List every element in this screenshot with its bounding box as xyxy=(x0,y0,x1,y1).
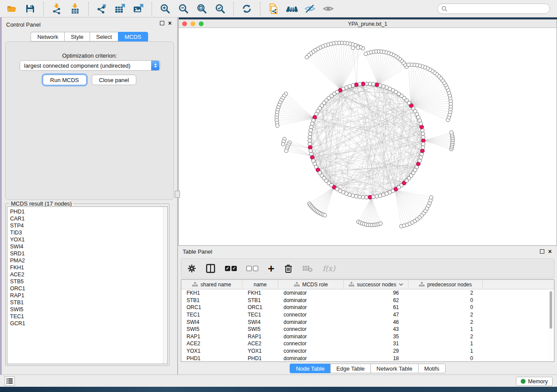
show-all-button[interactable] xyxy=(319,1,338,16)
table-row[interactable]: RAP1RAP1dominator352 xyxy=(181,333,554,340)
import-network-icon xyxy=(52,3,62,14)
network-graph[interactable] xyxy=(179,28,557,245)
list-item[interactable]: CAR1 xyxy=(10,215,167,222)
delete-table-button[interactable] xyxy=(302,262,313,275)
export-network-button[interactable] xyxy=(93,1,111,16)
column-header-predecessor-nodes[interactable]: predecessor nodes xyxy=(408,280,483,289)
hide-selected-button[interactable] xyxy=(301,1,319,16)
list-item[interactable]: GCR1 xyxy=(10,320,167,327)
table-row[interactable]: PHD1PHD1dominator180 xyxy=(181,354,554,362)
mcds-result-list[interactable]: PHD1 CAR1 STP4 TID3 YOX1 SWI4 SRD1 PMA2 … xyxy=(7,206,168,364)
tab-motifs[interactable]: Motifs xyxy=(418,364,446,373)
save-session-button[interactable] xyxy=(21,1,39,16)
cell-successor: 61 xyxy=(344,304,408,311)
list-item[interactable]: ACE2 xyxy=(10,271,167,278)
column-header-shared-name[interactable]: shared name xyxy=(181,280,242,289)
toolbar-separator xyxy=(43,2,44,15)
zoom-selected-button[interactable] xyxy=(211,1,229,16)
table-row[interactable]: SWI4SWI4dominator462 xyxy=(181,318,554,326)
cell-name: SWI5 xyxy=(242,326,278,333)
tab-network[interactable]: Network xyxy=(31,32,64,41)
table-row[interactable]: ORC1ORC1dominator610 xyxy=(181,304,554,311)
show-panels-list-button[interactable] xyxy=(4,376,15,386)
table-scrollbar[interactable] xyxy=(548,290,553,361)
search-input[interactable] xyxy=(450,6,541,12)
list-item[interactable]: SRD1 xyxy=(10,250,167,257)
float-panel-icon[interactable] xyxy=(540,249,544,254)
save-session-icon xyxy=(25,3,35,14)
list-item[interactable]: STB5 xyxy=(10,278,167,285)
table-row[interactable]: ACE2ACE2connector311 xyxy=(181,340,554,347)
zoom-in-button[interactable] xyxy=(156,1,174,16)
list-scrollbar[interactable] xyxy=(163,207,167,364)
open-file-button[interactable] xyxy=(3,1,21,16)
cell-name: TEC1 xyxy=(242,311,278,319)
export-table-button[interactable] xyxy=(111,1,129,16)
table-row[interactable]: FKH1FKH1dominator962 xyxy=(181,289,554,297)
memory-label: Memory xyxy=(528,378,548,385)
zoom-out-button[interactable] xyxy=(174,1,193,16)
unchecked-box-icon xyxy=(253,266,258,271)
close-panel-icon[interactable]: × xyxy=(168,21,172,25)
cell-successor: 47 xyxy=(344,311,408,319)
import-table-icon xyxy=(70,3,80,14)
import-table-button[interactable] xyxy=(66,1,84,16)
list-item[interactable]: YOX1 xyxy=(10,236,167,243)
first-neighbors-button[interactable] xyxy=(283,1,301,16)
list-item[interactable]: STP4 xyxy=(10,222,167,229)
optimization-criterion-select[interactable]: largest connected component (undirected) xyxy=(20,60,160,71)
column-header-name[interactable]: name xyxy=(242,280,278,289)
list-item[interactable]: SWI5 xyxy=(10,306,167,313)
new-network-from-selection-button[interactable] xyxy=(264,1,283,16)
create-column-button[interactable]: + xyxy=(268,262,274,275)
close-panel-button[interactable]: Close panel xyxy=(92,75,137,85)
table-row[interactable]: TEC1TEC1connector472 xyxy=(181,311,554,319)
zoom-fit-button[interactable] xyxy=(193,1,211,16)
memory-button[interactable]: Memory xyxy=(516,377,553,386)
cell-successor: 35 xyxy=(344,333,408,340)
cell-name: SWI4 xyxy=(242,318,278,326)
run-mcds-button[interactable]: Run MCDS xyxy=(43,75,86,85)
table-row[interactable]: SWI5SWI5connector431 xyxy=(181,326,554,333)
mcds-result-title: MCDS result (17 nodes) xyxy=(9,200,73,207)
panel-splitter-handle[interactable] xyxy=(175,191,180,198)
function-builder-button[interactable]: f(x) xyxy=(322,262,335,275)
list-item[interactable]: RAP1 xyxy=(10,292,167,299)
list-item[interactable]: PHD1 xyxy=(10,208,167,215)
list-item[interactable]: TID3 xyxy=(10,229,167,236)
list-item[interactable]: TEC1 xyxy=(10,313,167,320)
column-header-successor-nodes[interactable]: successor nodes xyxy=(344,280,408,289)
refresh-button[interactable] xyxy=(238,1,256,16)
table-row[interactable]: STB1STB1dominator620 xyxy=(181,297,554,304)
export-image-button[interactable] xyxy=(129,1,148,16)
cell-successor: 43 xyxy=(344,326,408,333)
float-panel-icon[interactable] xyxy=(160,21,164,25)
tab-network-table[interactable]: Network Table xyxy=(370,364,418,373)
list-item[interactable]: ORC1 xyxy=(10,285,167,292)
table-settings-button[interactable] xyxy=(187,262,196,275)
tab-style[interactable]: Style xyxy=(64,32,90,41)
show-column-button[interactable] xyxy=(206,262,215,275)
deselect-all-button[interactable] xyxy=(246,262,258,275)
cell-successor: 62 xyxy=(344,297,408,304)
tab-select[interactable]: Select xyxy=(90,32,118,41)
cell-predecessor: 1 xyxy=(408,347,483,355)
cell-shared-name: ACE2 xyxy=(181,340,242,347)
tab-mcds[interactable]: MCDS xyxy=(118,32,148,41)
close-panel-icon[interactable]: × xyxy=(548,249,552,254)
cell-empty xyxy=(483,340,554,347)
select-all-button[interactable]: ✓✓ xyxy=(225,262,237,275)
column-header-mcds-role[interactable]: MCDS role xyxy=(278,280,344,289)
cell-mcds-role: connector xyxy=(278,347,344,355)
list-item[interactable]: SWI4 xyxy=(10,243,167,250)
list-item[interactable]: FKH1 xyxy=(10,264,167,271)
tab-edge-table[interactable]: Edge Table xyxy=(330,364,370,373)
table-scrollbar-thumb[interactable] xyxy=(550,291,552,329)
table-row[interactable]: YOX1YOX1connector291 xyxy=(181,347,554,355)
import-network-button[interactable] xyxy=(48,1,66,16)
list-item[interactable]: STB1 xyxy=(10,299,167,306)
list-item[interactable]: PMA2 xyxy=(10,257,167,264)
delete-column-button[interactable] xyxy=(284,262,293,275)
search-field[interactable] xyxy=(437,3,550,14)
tab-node-table[interactable]: Node Table xyxy=(290,364,330,373)
